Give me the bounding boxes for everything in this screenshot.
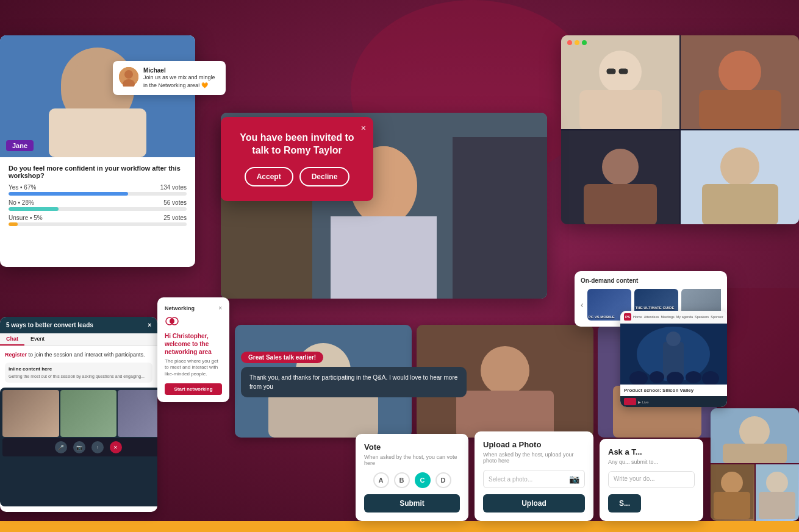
upload-photo-card: Upload a Photo When asked by the host, u… [475,431,593,521]
livestream-photo: Jane [0,35,195,157]
meeting-control-video[interactable]: 📷 [73,441,85,453]
michael-avatar [119,67,138,87]
poll-option-3: Unsure • 5% 25 votes [9,215,187,226]
svg-rect-18 [619,69,628,74]
ask-question-placeholder: Write your do... [614,475,655,482]
product-school-nav-items: Home Attendees Meetings My agenda Speake… [633,315,723,319]
video-grid-cell-3 [561,130,679,224]
ask-question-input[interactable]: Write your do... [608,471,695,488]
product-school-title: Product school: Silicon Valley [624,388,723,393]
ask-question-card: Ask a T... Any qu... submit to... Write … [600,439,703,521]
vote-subtitle: When asked by the host, you can vote her… [364,454,460,466]
upload-button[interactable]: Upload [483,494,585,512]
svg-point-57 [766,472,788,494]
chat-inner-text: Getting the most out of this session by … [9,374,149,379]
svg-point-20 [718,51,761,93]
poll-option-3-label: Unsure • 5% [9,215,43,221]
poll-option-1: Yes • 67% 134 votes [9,184,187,196]
meeting-cell-2 [60,390,117,438]
chat-message-1: Register to join the session and interac… [5,351,152,359]
networking-close-button[interactable]: × [218,305,222,311]
chat-tab-chat[interactable]: Chat [0,333,24,346]
svg-rect-55 [714,492,750,519]
upload-input-row: Select a photo... 📷 [483,470,585,488]
video-grid-card [561,35,799,224]
networking-header: Networking × [165,305,222,311]
poll-question: Do you feel more confident in your workf… [9,165,187,179]
svg-point-51 [739,416,770,447]
ondemand-title: On-demand content [581,277,721,284]
nav-item-speakers[interactable]: Speakers [695,315,709,319]
networking-greeting: Hi Christopher, welcome to the networkin… [165,332,222,356]
modal-close-button[interactable]: × [361,123,366,133]
vote-options: A B C D [364,472,460,488]
product-school-logo: PS [624,313,631,321]
chat-inner-title: Inline content here [9,366,149,372]
vote-option-d[interactable]: D [435,472,451,488]
accept-button[interactable]: Accept [245,167,293,186]
product-school-image [620,324,727,385]
svg-rect-27 [702,184,778,224]
upload-placeholder: Select a photo... [489,476,565,483]
chat-tab-event[interactable]: Event [24,333,51,346]
vote-option-b[interactable]: B [394,472,410,488]
nav-item-meetings[interactable]: Meetings [661,315,674,319]
nav-item-home[interactable]: Home [633,315,642,319]
svg-rect-24 [584,184,657,224]
meeting-control-end[interactable]: ✕ [110,441,122,453]
poll-option-2-label: No • 28% [9,199,34,206]
carousel-prev-arrow[interactable]: ‹ [581,300,584,310]
svg-rect-3 [49,108,146,157]
livestream-video [0,35,195,157]
nav-item-attendees[interactable]: Attendees [644,315,659,319]
svg-point-54 [721,472,743,494]
svg-rect-12 [331,216,437,299]
poll-option-2-votes: 56 votes [163,199,187,206]
chat-close-icon[interactable]: × [148,322,151,328]
svg-rect-10 [453,137,547,299]
svg-rect-21 [699,90,781,129]
chat-sidebar: 5 ways to better convert leads × Chat Ev… [0,317,157,512]
modal-title: You have been invited to talk to Romy Ta… [233,132,361,157]
chat-body: Register to join the session and interac… [0,346,157,388]
vote-submit-button[interactable]: Submit [364,494,460,512]
video-bar-text: ▶ Live [638,400,649,404]
poll-card: Do you feel more confident in your workf… [0,157,195,237]
product-school-nav: PS Home Attendees Meetings My agenda Spe… [620,311,727,324]
nav-item-sponsor[interactable]: Sponsor [711,315,723,319]
bottom-gold-bar [0,521,799,532]
meeting-video-card: 🎤 📷 ↑ ✕ [0,388,157,506]
svg-point-23 [602,149,639,185]
ask-submit-button[interactable]: S... [608,494,641,512]
presenter-name-badge: Jane [6,140,34,151]
chat-tabs: Chat Event [0,333,157,346]
chat-inner-card: Inline content here Getting the most out… [5,363,152,383]
nav-item-agenda[interactable]: My agenda [676,315,693,319]
qa-chat-overlay: Great Sales talk earlier! Thank you, and… [241,351,492,401]
window-dots [567,40,587,45]
meeting-control-share[interactable]: ↑ [91,441,104,453]
vote-option-c[interactable]: C [415,472,431,488]
svg-rect-17 [607,69,615,74]
start-networking-button[interactable]: Start networking [165,383,222,395]
decline-button[interactable]: Decline [299,167,350,186]
vote-option-a[interactable]: A [373,472,389,488]
upload-photo-subtitle: When asked by the host, upload your phot… [483,452,585,464]
vote-title: Vote [364,442,460,452]
video-grid-cell-2 [681,35,799,129]
networking-description: The place where you get to meet and inte… [165,358,222,377]
qa-chat-bubble: Thank you, and thanks for participating … [241,367,467,397]
ask-question-title: Ask a T... [608,447,695,456]
video-indicator [624,398,636,405]
invite-modal: × You have been invited to talk to Romy … [221,117,373,201]
poll-option-1-label: Yes • 67% [9,184,36,191]
camera-icon: 📷 [569,474,579,484]
photo-top [711,408,799,463]
svg-point-26 [720,147,759,186]
meeting-control-mic[interactable]: 🎤 [55,441,67,453]
video-grid-cell-4 [681,130,799,224]
michael-notification: Michael Join us as we mix and mingle in … [113,61,226,95]
vote-card: Vote When asked by the host, you can vot… [356,434,468,521]
modal-buttons: Accept Decline [233,167,361,186]
poll-option-3-votes: 25 votes [163,215,187,221]
